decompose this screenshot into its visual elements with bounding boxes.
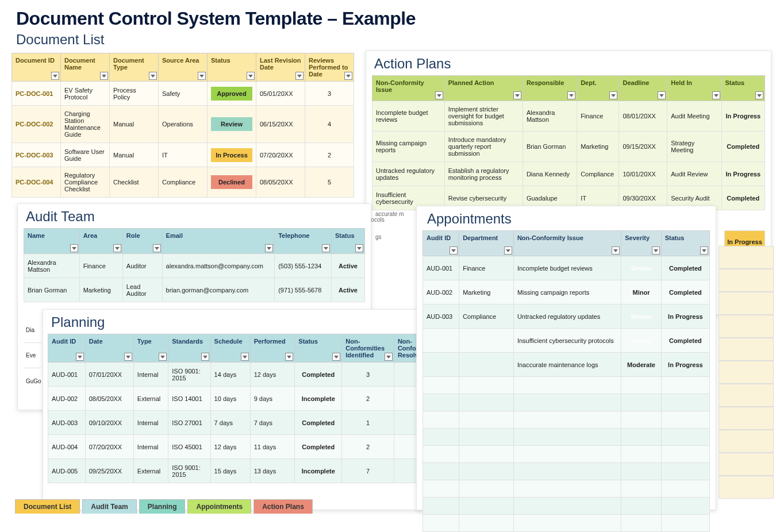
column-header[interactable]: Status: [295, 334, 342, 363]
column-header[interactable]: Source Area: [159, 53, 208, 82]
filter-dropdown-icon[interactable]: [712, 91, 720, 99]
column-header[interactable]: Area: [79, 229, 122, 254]
filter-dropdown-icon[interactable]: [755, 91, 763, 99]
sheet-tab[interactable]: Audit Team: [82, 499, 136, 514]
filter-dropdown-icon[interactable]: [700, 246, 708, 255]
filter-dropdown-icon[interactable]: [76, 353, 84, 361]
filter-dropdown-icon[interactable]: [241, 353, 249, 361]
filter-dropdown-icon[interactable]: [609, 91, 617, 99]
filter-dropdown-icon[interactable]: [322, 244, 330, 252]
filter-dropdown-icon[interactable]: [265, 244, 273, 252]
pl-std: ISO 9001: 2015: [168, 363, 210, 387]
column-header[interactable]: Document Name: [61, 53, 110, 82]
column-header[interactable]: Responsible: [523, 76, 577, 101]
at-status: Active: [331, 278, 364, 302]
column-header[interactable]: Non-Conformity Issue: [372, 76, 445, 101]
table-row: Incomplete budget reviewsImplement stric…: [372, 101, 765, 132]
pl-nci: 7: [342, 459, 394, 483]
column-header[interactable]: Performed: [250, 334, 295, 363]
column-header[interactable]: Name: [24, 229, 80, 254]
table-row: Untracked regulatory updatesEstablish a …: [372, 162, 765, 186]
appt-id: AUD-002: [423, 280, 459, 304]
pl-id: AUD-003: [48, 411, 86, 435]
filter-dropdown-icon[interactable]: [513, 91, 521, 99]
column-header[interactable]: Status: [331, 229, 364, 254]
pl-id: AUD-002: [48, 387, 86, 411]
filter-dropdown-icon[interactable]: [70, 244, 78, 252]
pl-sched: 10 days: [210, 387, 250, 411]
filter-dropdown-icon[interactable]: [201, 353, 209, 361]
filter-dropdown-icon[interactable]: [652, 246, 660, 255]
pl-nci: 2: [342, 435, 394, 459]
appt-issue: Insufficient cybersecurity protocols: [513, 329, 621, 353]
sheet-tab[interactable]: Planning: [139, 499, 186, 514]
column-header[interactable]: Last Revision Date: [256, 53, 305, 82]
sheet-tab[interactable]: Action Plans: [253, 499, 313, 514]
pl-type: External: [133, 387, 168, 411]
filter-dropdown-icon[interactable]: [295, 72, 304, 80]
column-header[interactable]: Dept.: [577, 76, 619, 101]
column-header[interactable]: Non-Conformities Identified: [342, 334, 394, 363]
column-header[interactable]: Held In: [667, 76, 721, 101]
filter-dropdown-icon[interactable]: [124, 353, 132, 361]
column-header[interactable]: Reviews Performed to Date: [305, 53, 354, 82]
filter-dropdown-icon[interactable]: [450, 246, 458, 255]
filter-dropdown-icon[interactable]: [504, 246, 512, 255]
pl-status: Completed: [295, 435, 342, 459]
ap-action: Establish a regulatory monitoring proces…: [444, 162, 523, 186]
filter-dropdown-icon[interactable]: [658, 91, 666, 99]
appt-dept: Finance: [459, 256, 514, 280]
column-header[interactable]: Audit ID: [423, 231, 459, 256]
filter-dropdown-icon[interactable]: [100, 72, 108, 80]
filter-dropdown-icon[interactable]: [385, 353, 393, 361]
column-header[interactable]: Date: [85, 334, 133, 363]
column-header[interactable]: Audit ID: [48, 334, 86, 363]
filter-dropdown-icon[interactable]: [113, 244, 121, 252]
column-header[interactable]: Telephone: [275, 229, 332, 254]
filter-dropdown-icon[interactable]: [344, 72, 352, 80]
filter-dropdown-icon[interactable]: [355, 244, 363, 252]
column-header[interactable]: Schedule: [210, 334, 250, 363]
doc-reviews: 5: [305, 167, 354, 198]
pl-date: 09/10/20XX: [85, 411, 133, 435]
filter-dropdown-icon[interactable]: [159, 353, 167, 361]
table-row: [423, 394, 710, 411]
table-row: PC-DOC-004Regulatory Compliance Checklis…: [12, 167, 354, 198]
doc-area: IT: [159, 143, 208, 167]
filter-dropdown-icon[interactable]: [153, 244, 161, 252]
table-row: PC-DOC-003Software User GuideManualITIn …: [12, 143, 354, 167]
table-row: [423, 463, 710, 480]
column-header[interactable]: Status: [721, 76, 765, 101]
column-header[interactable]: Document ID: [12, 53, 61, 82]
doc-id: PC-DOC-001: [12, 82, 61, 106]
column-header[interactable]: Non-Conformity Issue: [513, 231, 621, 256]
filter-dropdown-icon[interactable]: [612, 246, 620, 255]
sheet-tab[interactable]: Document List: [15, 499, 80, 514]
filter-dropdown-icon[interactable]: [247, 72, 255, 80]
filter-dropdown-icon[interactable]: [285, 353, 293, 361]
doc-id: PC-DOC-004: [12, 167, 61, 198]
column-header[interactable]: Document Type: [110, 53, 159, 82]
appt-status: Completed: [661, 329, 709, 353]
at-role: Lead Auditor: [122, 278, 162, 302]
column-header[interactable]: Standards: [168, 334, 210, 363]
column-header[interactable]: Email: [162, 229, 275, 254]
filter-dropdown-icon[interactable]: [567, 91, 575, 99]
filter-dropdown-icon[interactable]: [332, 353, 340, 361]
filter-dropdown-icon[interactable]: [51, 72, 59, 80]
column-header[interactable]: Role: [122, 229, 162, 254]
column-header[interactable]: Department: [459, 231, 514, 256]
column-header[interactable]: Deadline: [619, 76, 667, 101]
sheet-tab[interactable]: Appointments: [187, 499, 251, 514]
column-header[interactable]: Status: [661, 231, 709, 256]
filter-dropdown-icon[interactable]: [435, 91, 443, 99]
column-header[interactable]: Status: [208, 53, 256, 82]
appt-dept: [459, 353, 514, 377]
filter-dropdown-icon[interactable]: [198, 72, 206, 80]
appt-sev: Severe: [621, 256, 661, 280]
column-header[interactable]: Planned Action: [444, 76, 523, 101]
partial-row: Eve: [24, 343, 41, 368]
column-header[interactable]: Type: [133, 334, 168, 363]
column-header[interactable]: Severity: [621, 231, 661, 256]
filter-dropdown-icon[interactable]: [149, 72, 157, 80]
